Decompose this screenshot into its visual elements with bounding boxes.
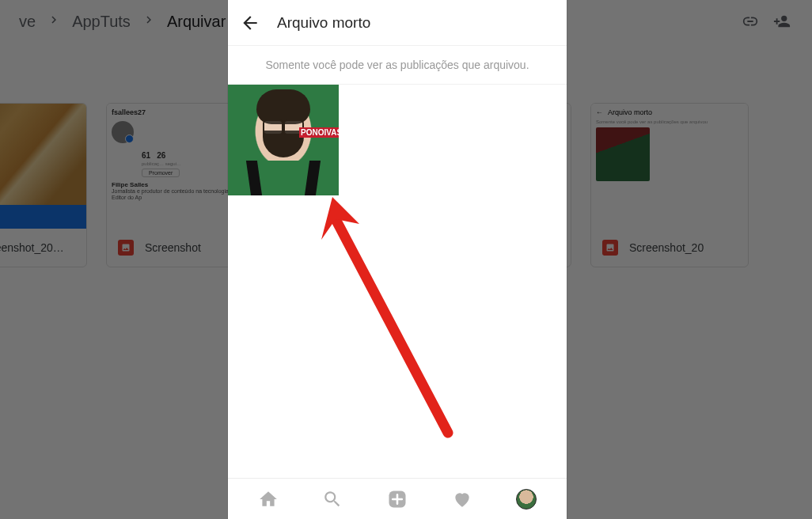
link-icon[interactable] bbox=[734, 6, 766, 37]
file-preview: ←Arquivo morto Somente você pode ver as … bbox=[591, 104, 748, 229]
image-file-icon bbox=[118, 240, 134, 256]
page-title: Arquivo morto bbox=[277, 14, 370, 32]
archived-post-thumbnail[interactable]: PONOIVAS bbox=[228, 85, 339, 195]
phone-screenshot-archive: Arquivo morto Somente você pode ver as p… bbox=[228, 0, 567, 519]
nav-new-post-icon[interactable] bbox=[380, 482, 415, 517]
file-card[interactable]: reenshot_20… bbox=[0, 103, 87, 267]
breadcrumb-crumb-drive[interactable]: ve bbox=[14, 9, 40, 34]
nav-activity-icon[interactable] bbox=[445, 482, 480, 517]
page-subtitle: Somente você pode ver as publicações que… bbox=[228, 46, 567, 85]
breadcrumb-crumb-current[interactable]: Arquivar bbox=[162, 9, 230, 34]
chevron-right-icon bbox=[142, 13, 156, 31]
file-title: Screenshot_20 bbox=[629, 241, 737, 254]
chevron-right-icon bbox=[47, 13, 61, 31]
breadcrumb-crumb-apptuts[interactable]: AppTuts bbox=[67, 9, 135, 34]
file-title: reenshot_20… bbox=[0, 241, 75, 254]
archive-grid: PONOIVAS bbox=[228, 85, 567, 478]
nav-home-icon[interactable] bbox=[251, 482, 286, 517]
bottom-nav bbox=[228, 478, 567, 519]
file-card[interactable]: ←Arquivo morto Somente você pode ver as … bbox=[590, 103, 749, 267]
annotation-arrow bbox=[313, 195, 456, 441]
add-user-icon[interactable] bbox=[766, 6, 798, 37]
nav-search-icon[interactable] bbox=[315, 482, 350, 517]
image-file-icon bbox=[602, 240, 618, 256]
file-preview bbox=[0, 104, 86, 229]
phone-header: Arquivo morto bbox=[228, 0, 567, 46]
back-button[interactable] bbox=[239, 12, 261, 34]
nav-profile-avatar[interactable] bbox=[509, 482, 544, 517]
